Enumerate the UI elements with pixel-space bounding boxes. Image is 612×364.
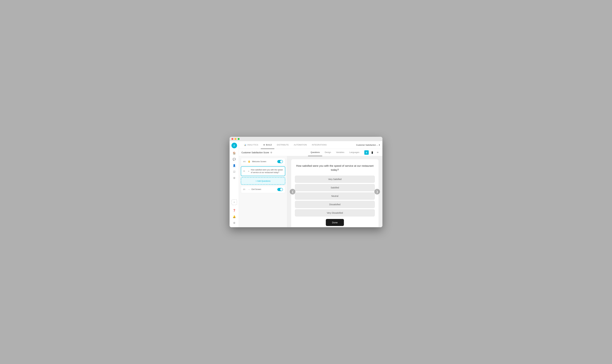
settings-icon[interactable]: ⚙ (232, 220, 237, 226)
sidebar-item-tasks[interactable]: ☑ (232, 169, 237, 174)
tab-design[interactable]: Design (322, 149, 333, 156)
sidebar-item-home[interactable]: 🏠 (232, 150, 237, 156)
answer-very-satisfied[interactable]: Very Satisfied (295, 176, 375, 183)
sidebar-item-feedback[interactable]: 💬 (232, 156, 237, 162)
nav-distribute[interactable]: DISTRIBUTE (274, 141, 291, 149)
nav-integrations[interactable]: INTEGRATIONS (309, 141, 329, 149)
notifications-icon[interactable]: 🔔 (232, 214, 237, 220)
dropdown-icon: ▾ (379, 144, 380, 146)
add-button[interactable]: + (232, 199, 237, 205)
close-button[interactable] (232, 138, 233, 140)
answer-dissatisfied[interactable]: Dissatisfied (295, 201, 375, 208)
desktop-view-icon[interactable]: 🖥 (364, 150, 369, 155)
minimize-button[interactable] (234, 138, 236, 140)
survey-name: Customer Satisfaction Score ⚙ (241, 151, 272, 154)
question-text: How satisfied were you with the speed of… (251, 169, 283, 174)
preview-icon[interactable]: 👁 (376, 150, 380, 155)
view-icons: 🖥 📱 👁 (364, 150, 380, 155)
sidebar: Z 🏠 💬 👤 ☑ ⚙ + ❓ 🔔 ⚙ (230, 141, 239, 227)
nav-analytics[interactable]: 📊 ANALYTICS (241, 141, 261, 149)
nav-automation[interactable]: AUTOMATION (291, 141, 309, 149)
done-button[interactable]: Done (326, 219, 344, 226)
welcome-label: Welcome Screen (252, 160, 276, 163)
exit-screen-card[interactable]: ES → Exit Screen (241, 186, 285, 193)
top-nav: 📊 ANALYTICS ⚙ BUILD DISTRIBUTE AUTOMATIO… (239, 141, 382, 149)
tab-variables[interactable]: Variables (333, 149, 347, 156)
welcome-screen-card[interactable]: WS ✋ Welcome Screen (241, 158, 285, 165)
app-container: Z 🏠 💬 👤 ☑ ⚙ + ❓ 🔔 ⚙ 📊 ANALYTICS ⚙ (230, 141, 382, 227)
answer-neutral[interactable]: Neutral (295, 193, 375, 200)
build-icon: ⚙ (263, 144, 265, 146)
analytics-icon: 📊 (244, 144, 247, 146)
add-questions-button[interactable]: + Add Questions (241, 177, 285, 185)
next-nav-arrow[interactable]: ❯ (374, 189, 380, 195)
question-icon: ≡ (248, 170, 249, 172)
logo[interactable]: Z (232, 143, 237, 148)
survey-title-nav[interactable]: Customer Satisfaction ... ▾ (356, 144, 380, 146)
question-badge: 01 (243, 170, 247, 172)
exit-icon: → (248, 188, 250, 191)
answer-options-list: Very Satisfied Satisfied Neutral Dissati… (295, 176, 375, 217)
sidebar-item-integrations[interactable]: ⚙ (232, 175, 237, 181)
nav-build[interactable]: ⚙ BUILD (261, 141, 274, 149)
preview-question-text: How satisfied were you with the speed of… (295, 164, 375, 172)
preview-card: How satisfied were you with the speed of… (291, 159, 378, 227)
titlebar (230, 137, 382, 141)
content-area: WS ✋ Welcome Screen 01 ≡ How satisfied w… (239, 156, 382, 227)
tablet-view-icon[interactable]: 📱 (370, 150, 374, 155)
sidebar-item-contacts[interactable]: 👤 (232, 163, 237, 168)
question-panel: WS ✋ Welcome Screen 01 ≡ How satisfied w… (239, 156, 287, 227)
settings-gear-icon[interactable]: ⚙ (270, 151, 272, 154)
welcome-toggle[interactable] (277, 160, 283, 163)
help-icon[interactable]: ❓ (232, 208, 237, 213)
exit-toggle[interactable] (277, 188, 283, 191)
tab-questions[interactable]: Questions (308, 149, 322, 156)
subtabs: Questions Design Variables Languages (308, 149, 362, 156)
main-content: 📊 ANALYTICS ⚙ BUILD DISTRIBUTE AUTOMATIO… (239, 141, 382, 227)
tab-languages[interactable]: Languages (347, 149, 362, 156)
welcome-badge: WS (243, 161, 246, 163)
exit-label: Exit Screen (252, 188, 276, 191)
answer-very-dissatisfied[interactable]: Very Dissatisfied (295, 209, 375, 217)
exit-badge: ES (243, 189, 246, 190)
app-window: Z 🏠 💬 👤 ☑ ⚙ + ❓ 🔔 ⚙ 📊 ANALYTICS ⚙ (230, 137, 382, 227)
maximize-button[interactable] (238, 138, 240, 140)
answer-satisfied[interactable]: Satisfied (295, 184, 375, 191)
preview-panel: ❮ How satisfied were you with the speed … (287, 156, 382, 227)
welcome-icon: ✋ (248, 160, 250, 163)
subheader: Customer Satisfaction Score ⚙ Questions … (239, 149, 382, 156)
prev-nav-arrow[interactable]: ❮ (290, 189, 295, 195)
question-card-01[interactable]: 01 ≡ How satisfied were you with the spe… (241, 166, 285, 176)
